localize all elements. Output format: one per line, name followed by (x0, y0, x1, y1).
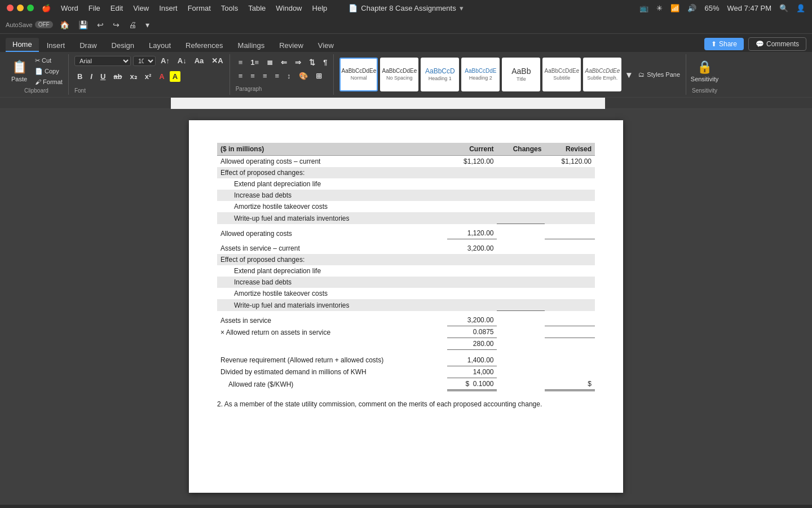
sensitivity-group: 🔒 Sensitivity Sensitivity (689, 54, 721, 95)
battery-label: 65% (704, 4, 719, 12)
tab-layout[interactable]: Layout (142, 39, 178, 52)
minimize-button[interactable] (17, 5, 24, 11)
highlight-button[interactable]: A (170, 71, 180, 82)
clipboard-buttons: 📋 Paste ✂ Cut 📄 Copy 🖌 Format (8, 55, 65, 86)
show-formatting-button[interactable]: ¶ (320, 57, 330, 68)
title-chevron[interactable]: ▾ (460, 4, 464, 12)
row-label: Increase bad debts (217, 190, 447, 201)
styles-more-button[interactable]: ▾ (624, 68, 634, 81)
paste-button[interactable]: 📋 Paste (8, 56, 30, 86)
font-shrink-button[interactable]: A↓ (175, 55, 189, 66)
user-icon[interactable]: 👤 (796, 4, 805, 12)
strikethrough-button[interactable]: ab (111, 71, 125, 82)
close-button[interactable] (7, 5, 14, 11)
volume-icon[interactable]: 🔊 (687, 4, 696, 12)
save-icon[interactable]: 💾 (76, 19, 90, 30)
tab-design[interactable]: Design (105, 39, 141, 52)
search-icon[interactable]: 🔍 (779, 4, 788, 12)
tab-references[interactable]: References (179, 39, 230, 52)
row-label: Extend plant depreciation life (217, 178, 447, 190)
style-no-spacing[interactable]: AaBbCcDdEe No Spacing (380, 58, 418, 91)
change-case-button[interactable]: Aa (192, 55, 207, 66)
style-title[interactable]: AaBb Title (502, 58, 540, 91)
multilevel-button[interactable]: ≣ (264, 57, 276, 68)
font-name-select[interactable]: Arial (74, 56, 131, 66)
view-menu[interactable]: View (133, 4, 149, 12)
row-current (447, 277, 497, 288)
table-row: Allowed rate ($/KWH) $ 0.1000 $ (217, 378, 595, 390)
tab-insert[interactable]: Insert (40, 39, 72, 52)
underline-button[interactable]: U (98, 71, 108, 82)
tab-draw[interactable]: Draw (73, 39, 103, 52)
comments-button[interactable]: 💬 Comments (748, 37, 806, 51)
print-icon[interactable]: 🖨 (126, 19, 139, 30)
tab-review[interactable]: Review (272, 39, 310, 52)
comments-icon: 💬 (756, 40, 764, 48)
tab-mailings[interactable]: Mailings (231, 39, 272, 52)
clear-format-button[interactable]: ✕A (209, 55, 226, 66)
styles-pane-button[interactable]: 🗂 Styles Pane (636, 70, 682, 79)
italic-button[interactable]: I (87, 71, 95, 82)
sort-button[interactable]: ⇅ (306, 57, 318, 68)
tab-view[interactable]: View (311, 39, 341, 52)
sensitivity-icon: 🔒 (697, 60, 712, 75)
row-changes (497, 354, 545, 366)
align-right-button[interactable]: ≡ (260, 71, 270, 81)
shading-button[interactable]: 🎨 (296, 71, 311, 81)
numbering-button[interactable]: 1≡ (248, 57, 262, 68)
window-menu[interactable]: Window (276, 4, 302, 12)
document-area[interactable]: ($ in millions) Current Changes Revised … (0, 109, 812, 504)
justify-button[interactable]: ≡ (272, 71, 282, 81)
font-label: Font (74, 87, 226, 94)
style-heading2[interactable]: AaBbCcDdE Heading 2 (461, 58, 500, 91)
style-heading1[interactable]: AaBbCcD Heading 1 (421, 58, 459, 91)
redo-icon[interactable]: ↪ (111, 19, 122, 30)
apple-menu[interactable]: 🍎 (42, 4, 51, 12)
style-subtle-emph[interactable]: AaBbCcDdEe Subtle Emph. (583, 58, 621, 91)
help-menu[interactable]: Help (312, 4, 328, 12)
format-menu[interactable]: Format (188, 4, 211, 12)
superscript-button[interactable]: x² (142, 71, 155, 82)
customize-icon[interactable]: ▾ (143, 19, 152, 30)
traffic-lights[interactable] (7, 5, 34, 11)
subscript-button[interactable]: x₂ (127, 71, 139, 82)
wifi-icon[interactable]: 📶 (670, 4, 679, 12)
row-revised: $ (545, 378, 595, 390)
table-menu[interactable]: Table (248, 4, 266, 12)
increase-indent-button[interactable]: ⇒ (292, 57, 304, 68)
line-spacing-button[interactable]: ↕ (284, 71, 294, 81)
style-subtitle[interactable]: AaBbCcDdEe Subtitle (542, 58, 581, 91)
autosave-toggle[interactable]: OFF (35, 21, 53, 28)
share-button[interactable]: ⬆ Share (704, 38, 744, 50)
edit-menu[interactable]: Edit (111, 4, 123, 12)
format-painter-button[interactable]: 🖌 Format (33, 77, 65, 86)
screen-share-icon[interactable]: 📺 (639, 4, 648, 12)
style-normal[interactable]: AaBbCcDdEe Normal (339, 58, 378, 91)
borders-button[interactable]: ⊞ (313, 71, 325, 81)
bluetooth-icon[interactable]: ✳ (656, 4, 663, 12)
style-heading2-preview: AaBbCcDdE (465, 68, 496, 74)
maximize-button[interactable] (27, 5, 34, 11)
home-icon[interactable]: 🏠 (58, 19, 72, 30)
font-color-button[interactable]: A (156, 71, 167, 82)
copy-button[interactable]: 📄 Copy (33, 67, 65, 76)
question-text: 2. As a member of the state utility comm… (217, 400, 595, 408)
bullets-button[interactable]: ≡ (236, 57, 246, 68)
bold-button[interactable]: B (74, 71, 85, 82)
row-label: Allowed rate ($/KWH) (217, 378, 447, 390)
word-menu[interactable]: Word (61, 4, 78, 12)
cut-button[interactable]: ✂ Cut (33, 56, 65, 65)
align-left-button[interactable]: ≡ (236, 71, 246, 81)
undo-icon[interactable]: ↩ (95, 19, 106, 30)
tab-home[interactable]: Home (6, 38, 39, 52)
menu-bar[interactable]: 🍎 Word File Edit View Insert Format Tool… (42, 4, 327, 12)
tools-menu[interactable]: Tools (221, 4, 238, 12)
align-center-button[interactable]: ≡ (248, 71, 258, 81)
file-menu[interactable]: File (89, 4, 100, 12)
insert-menu[interactable]: Insert (159, 4, 178, 12)
sensitivity-button[interactable]: 🔒 Sensitivity (694, 56, 716, 86)
decrease-indent-button[interactable]: ⇐ (278, 57, 290, 68)
font-size-select[interactable]: 10.5 (133, 56, 156, 66)
font-grow-button[interactable]: A↑ (158, 55, 173, 66)
table-row: Effect of proposed changes: (217, 167, 595, 178)
